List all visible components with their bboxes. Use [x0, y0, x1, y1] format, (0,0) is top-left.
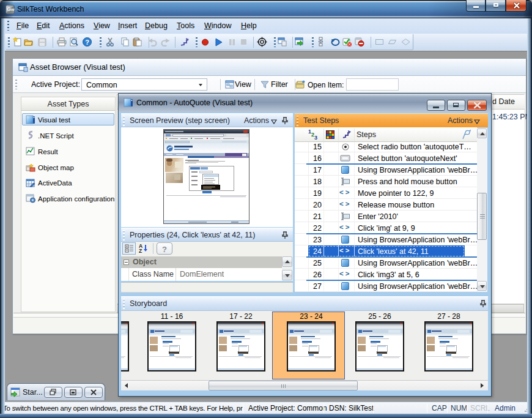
svg-text:Z: Z — [139, 248, 142, 254]
svg-text:?: ? — [85, 39, 89, 46]
